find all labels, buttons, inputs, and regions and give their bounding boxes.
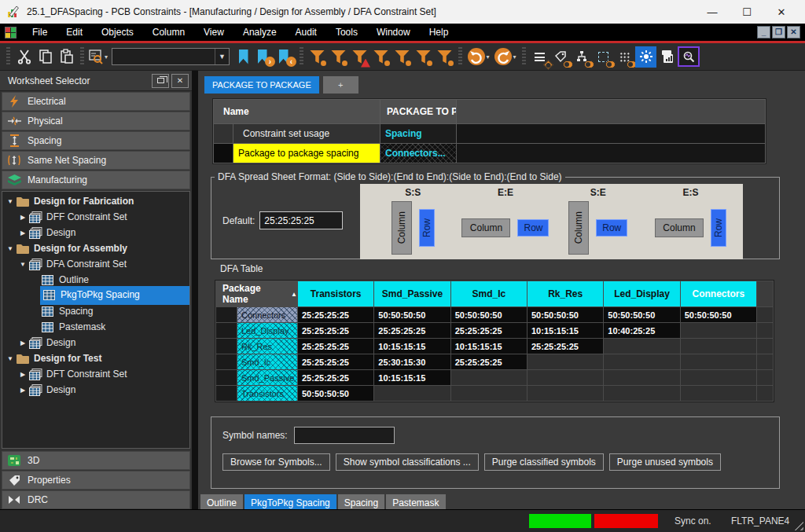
usage-row-label-highlighted[interactable]: Package to package spacing xyxy=(233,144,380,163)
dfa-header-led-display[interactable]: Led_Display xyxy=(604,281,679,306)
close-panel-icon[interactable]: ✕ xyxy=(171,74,189,88)
dfa-cell[interactable]: 25:25:25:25 xyxy=(298,339,373,354)
dfa-header-rk-res[interactable]: Rk_Res xyxy=(527,281,603,306)
mdi-close-icon[interactable]: ✕ xyxy=(787,26,800,39)
menu-audit[interactable]: Audit xyxy=(286,24,326,41)
row-order-box[interactable]: Row xyxy=(711,209,726,247)
column-order-box[interactable]: Column xyxy=(391,201,412,255)
mdi-restore-icon[interactable]: ❐ xyxy=(772,26,785,39)
row-order-box[interactable]: Row xyxy=(596,219,627,237)
panel-divider[interactable] xyxy=(192,71,198,509)
dfa-cell[interactable]: 25:25:25:25 xyxy=(451,323,527,338)
tree-item-pkgtopkg-spacing[interactable]: PkgToPkg Spacing xyxy=(2,288,189,303)
menu-file[interactable]: File xyxy=(23,24,57,41)
dfa-row-handle[interactable] xyxy=(216,339,237,354)
tree-item-design[interactable]: ▶Design xyxy=(2,225,189,240)
float-panel-icon[interactable] xyxy=(152,74,169,88)
menu-view[interactable]: View xyxy=(194,24,233,41)
dfa-cell[interactable]: 25:30:15:30 xyxy=(374,354,450,369)
dfa-cell[interactable] xyxy=(604,370,679,385)
tree-item-design-for-assembly[interactable]: ▼Design for Assembly xyxy=(2,240,189,256)
paste-icon[interactable] xyxy=(56,46,77,68)
selection-mode-icon[interactable] xyxy=(593,46,614,68)
undo-icon[interactable]: ▾ xyxy=(465,46,492,68)
tree-item-design[interactable]: ▶Design xyxy=(2,335,189,350)
analyze-search-icon[interactable] xyxy=(678,46,700,67)
menu-analyze[interactable]: Analyze xyxy=(233,24,286,41)
dfa-cell[interactable]: 50:50:50:50 xyxy=(527,307,603,322)
dfa-cell[interactable]: 10:15:15:15 xyxy=(527,323,603,338)
dfa-cell[interactable] xyxy=(451,370,527,385)
bottom-tab-pastemask[interactable]: Pastemask xyxy=(386,494,445,511)
dfa-cell[interactable] xyxy=(604,354,679,369)
column-order-box[interactable]: Column xyxy=(568,201,589,255)
dfa-cell[interactable] xyxy=(604,339,679,354)
dfa-cell[interactable]: 25:25:25:25 xyxy=(374,323,450,338)
tree-item-outline[interactable]: Outline xyxy=(2,272,189,288)
dfa-cell[interactable] xyxy=(527,370,603,385)
expand-arrow-icon[interactable]: ▼ xyxy=(18,261,28,268)
sidebar-item-3d[interactable]: 3D xyxy=(2,451,190,470)
dfa-row-smd-passive[interactable]: Smd_Passive xyxy=(237,370,297,385)
dfa-cell[interactable]: 25:25:25:25 xyxy=(298,354,373,369)
chevron-down-icon[interactable]: ▼ xyxy=(215,49,229,64)
dfa-row-handle[interactable] xyxy=(216,386,237,401)
dfa-row-handle[interactable] xyxy=(216,354,237,369)
symbol-names-input[interactable] xyxy=(294,427,395,444)
tree-item-design-for-test[interactable]: ▼Design for Test xyxy=(2,350,189,366)
tree-item-spacing[interactable]: Spacing xyxy=(2,303,189,319)
row-handle[interactable] xyxy=(214,124,233,143)
expand-arrow-icon[interactable]: ▶ xyxy=(18,387,28,394)
dfa-cell[interactable]: 10:15:15:15 xyxy=(451,339,527,354)
dfa-cell[interactable]: 50:50:50:50 xyxy=(681,307,756,322)
dfa-cell[interactable] xyxy=(681,370,756,385)
dfa-cell[interactable]: 50:50:50:50 xyxy=(604,307,679,322)
menu-edit[interactable]: Edit xyxy=(57,24,92,41)
add-tab-button[interactable]: + xyxy=(323,76,358,94)
expand-arrow-icon[interactable]: ▼ xyxy=(6,198,15,205)
usage-row-value[interactable]: Connectors... xyxy=(380,144,456,163)
dfa-cell[interactable]: 50:50:50:50 xyxy=(374,307,450,322)
cut-icon[interactable] xyxy=(13,46,35,68)
dfa-row-smd-ic[interactable]: Smd_Ic xyxy=(237,354,297,369)
row-order-box[interactable]: Row xyxy=(517,219,549,237)
dfa-header-package-name[interactable]: Package Name▲ xyxy=(216,281,297,306)
expand-arrow-icon[interactable]: ▶ xyxy=(18,229,28,237)
tab-package-to-package[interactable]: PACKAGE TO PACKAGE xyxy=(204,76,319,94)
dfa-row-connectors[interactable]: Connectors xyxy=(237,307,297,322)
menu-tools[interactable]: Tools xyxy=(326,24,367,41)
options-menu-icon[interactable] xyxy=(529,46,550,68)
tag-mode-icon[interactable] xyxy=(550,46,572,68)
expand-arrow-icon[interactable]: ▼ xyxy=(6,245,15,252)
filter-refresh-icon[interactable] xyxy=(370,46,391,68)
tree-item-pastemask[interactable]: Pastemask xyxy=(2,319,189,335)
toolbar-grip[interactable] xyxy=(522,47,526,66)
bookmark-icon[interactable] xyxy=(233,46,254,68)
dfa-cell[interactable] xyxy=(451,386,527,401)
dfa-cell[interactable] xyxy=(527,354,603,369)
menu-column[interactable]: Column xyxy=(143,24,194,41)
filter-bucket-icon[interactable] xyxy=(328,46,349,68)
dfa-cell[interactable]: 25:25:25:25 xyxy=(298,370,373,385)
filter-settings-icon[interactable] xyxy=(391,46,413,68)
dfa-cell[interactable] xyxy=(681,354,756,369)
filter-columns-icon[interactable] xyxy=(434,46,455,68)
expand-arrow-icon[interactable]: ▼ xyxy=(6,355,15,362)
dfa-cell[interactable] xyxy=(527,386,603,401)
dfa-row-handle[interactable] xyxy=(216,370,237,385)
mdi-minimize-icon[interactable]: _ xyxy=(757,26,770,39)
dfa-row-led-display[interactable]: Led_Display xyxy=(237,323,297,338)
dfa-cell[interactable] xyxy=(681,386,756,401)
toolbar-grip[interactable] xyxy=(300,47,303,66)
dfa-cell[interactable]: 50:50:50:50 xyxy=(451,307,527,322)
purge-classified-symbols-button[interactable]: Purge classified symbols xyxy=(484,453,604,471)
expand-arrow-icon[interactable]: ▶ xyxy=(18,371,28,378)
usage-header-name[interactable]: Name xyxy=(214,100,380,123)
dfa-header-connectors[interactable]: Connectors xyxy=(681,281,756,306)
dfa-cell[interactable]: 10:15:15:15 xyxy=(374,339,450,354)
menu-objects[interactable]: Objects xyxy=(92,24,143,41)
dfa-row-rk-res[interactable]: Rk_Res xyxy=(237,339,297,354)
dfa-cell[interactable]: 10:40:25:25 xyxy=(604,323,679,338)
dfa-row-handle[interactable] xyxy=(216,307,237,322)
sidebar-item-same-net-spacing[interactable]: Same Net Spacing xyxy=(2,151,190,170)
